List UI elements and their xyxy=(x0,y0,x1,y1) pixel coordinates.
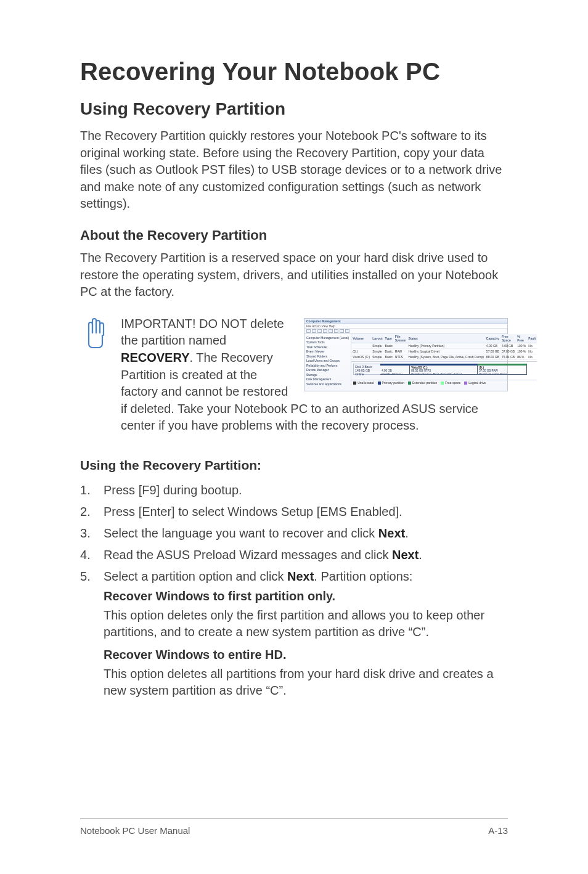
tree-item: Computer Management (Local) xyxy=(306,336,349,341)
step-item: Read the ASUS Preload Wizard messages an… xyxy=(80,546,508,564)
figure-volume-grid: Volume Layout Type File System Status Ca… xyxy=(351,334,537,361)
page-footer: Notebook PC User Manual A-13 xyxy=(0,819,588,836)
table-cell: Simple xyxy=(371,343,383,348)
figure-toolbar xyxy=(304,329,507,334)
disk-segment: VistaOS (C:)88.36 GB NTFSHealthy (System… xyxy=(410,364,478,375)
footer-left-text: Notebook PC User Manual xyxy=(80,825,190,836)
toolbar-button-icon xyxy=(312,329,316,333)
figure-legend: UnallocatedPrimary partitionExtended par… xyxy=(351,380,537,385)
col-header: % Free xyxy=(516,334,527,343)
table-cell: Basic xyxy=(384,348,394,354)
table-cell: 57.00 GB xyxy=(485,348,500,354)
table-cell: Healthy (System, Boot, Page File, Active… xyxy=(407,354,485,359)
table-cell: 75.04 GB xyxy=(500,354,516,359)
legend-item: Unallocated xyxy=(353,381,374,385)
option-body-entire-hd: This option deletes all partitions from … xyxy=(80,666,508,699)
table-cell: NTFS xyxy=(394,354,407,359)
toolbar-button-icon xyxy=(306,329,311,333)
figure-right-panel: Volume Layout Type File System Status Ca… xyxy=(351,334,537,385)
page-title: Recovering Your Notebook PC xyxy=(80,58,508,86)
table-cell: 88.00 GB xyxy=(485,354,500,359)
figure-menubar: File Action View Help xyxy=(304,324,507,329)
disk-label: Disk 0 Basic 149.05 GB Online xyxy=(353,364,380,375)
table-cell: No xyxy=(527,354,537,359)
table-cell: 4.00 GB xyxy=(500,343,516,348)
table-cell: 100 % xyxy=(516,348,527,354)
page: Recovering Your Notebook PC Using Recove… xyxy=(0,0,588,874)
subsection-heading-using: Using the Recovery Partition: xyxy=(80,458,508,473)
table-cell: VistaOS (C:) xyxy=(351,354,371,359)
table-cell: Healthy (Primary Partition) xyxy=(407,343,485,348)
table-cell: No xyxy=(527,348,537,354)
table-cell: (D:) xyxy=(351,348,371,354)
tree-item: Device Manager xyxy=(306,368,349,373)
table-cell: 100 % xyxy=(516,343,527,348)
toolbar-button-icon xyxy=(323,329,327,333)
step-item: Press [F9] during bootup. xyxy=(80,481,508,499)
table-cell xyxy=(351,343,371,348)
tree-item: Storage xyxy=(306,373,349,378)
legend-item: Logical drive xyxy=(464,381,486,385)
col-header: Type xyxy=(384,334,394,343)
disk-management-screenshot: Computer Management File Action View Hel… xyxy=(304,318,508,391)
toolbar-button-icon xyxy=(345,329,349,333)
legend-item: Primary partition xyxy=(378,381,404,385)
section-heading-using-recovery-partition: Using Recovery Partition xyxy=(80,99,508,119)
col-header: Layout xyxy=(371,334,383,343)
tree-item: System Tools xyxy=(306,340,349,345)
tree-item: Services and Applications xyxy=(306,382,349,387)
col-header: Fault xyxy=(527,334,537,343)
important-note-block: Computer Management File Action View Hel… xyxy=(80,316,508,435)
table-cell xyxy=(394,343,407,348)
figure-titlebar: Computer Management xyxy=(304,319,507,324)
important-note-text: Computer Management File Action View Hel… xyxy=(121,316,508,435)
table-cell: 86 % xyxy=(516,354,527,359)
table-cell: 57.00 GB xyxy=(500,348,516,354)
tree-item: Event Viewer xyxy=(306,349,349,354)
col-header: Capacity xyxy=(485,334,500,343)
toolbar-button-icon xyxy=(334,329,338,333)
step-item: Select a partition option and click Next… xyxy=(80,568,508,586)
table-cell: Simple xyxy=(371,348,383,354)
table-cell: No xyxy=(527,343,537,348)
section-body-1: The Recovery Partition quickly restores … xyxy=(80,128,508,213)
disk-segment: (D:)57.00 GB RAWHealthy (Logical Drive) xyxy=(478,364,527,375)
tree-item: Shared Folders xyxy=(306,354,349,359)
step-item: Press [Enter] to select Windows Setup [E… xyxy=(80,503,508,521)
legend-item: Free space xyxy=(441,381,460,385)
tree-item: Local Users and Groups xyxy=(306,359,349,364)
footer-page-number: A-13 xyxy=(488,825,508,836)
subsection-body-about: The Recovery Partition is a reserved spa… xyxy=(80,250,508,301)
table-cell: RAW xyxy=(394,348,407,354)
tree-item: Reliability and Perform xyxy=(306,364,349,369)
footer-rule xyxy=(80,819,508,819)
tree-item: Disk Management xyxy=(306,377,349,382)
table-cell: 4.00 GB xyxy=(485,343,500,348)
toolbar-button-icon xyxy=(340,329,344,333)
tree-item: Task Scheduler xyxy=(306,345,349,350)
figure-tree-panel: Computer Management (Local) System Tools… xyxy=(304,334,351,385)
important-bold: RECOVERY xyxy=(121,351,190,364)
option-body-first-partition: This option deletes only the first parti… xyxy=(80,607,508,640)
option-title-entire-hd: Recover Windows to entire HD. xyxy=(80,648,508,662)
figure-disk-map: Disk 0 Basic 149.05 GB Online 4.00 GBHea… xyxy=(351,361,537,380)
col-header: Volume xyxy=(351,334,371,343)
col-header: File System xyxy=(394,334,407,343)
col-header: Status xyxy=(407,334,485,343)
legend-item: Extended partition xyxy=(408,381,437,385)
toolbar-button-icon xyxy=(329,329,333,333)
disk-segment: 4.00 GBHealthy (Primary Partition) xyxy=(380,364,410,375)
important-hand-icon xyxy=(80,316,115,353)
steps-list: Press [F9] during bootup. Press [Enter] … xyxy=(80,481,508,586)
table-cell: Basic xyxy=(384,343,394,348)
option-title-first-partition: Recover Windows to first partition only. xyxy=(80,589,508,603)
step-item: Select the language you want to recover … xyxy=(80,525,508,542)
table-cell: Basic xyxy=(384,354,394,359)
table-cell: Simple xyxy=(371,354,383,359)
toolbar-button-icon xyxy=(317,329,322,333)
col-header: Free Space xyxy=(500,334,516,343)
subsection-heading-about: About the Recovery Partition xyxy=(80,227,508,243)
important-prefix: IMPORTANT! DO NOT delete the partition n… xyxy=(121,317,284,348)
table-cell: Healthy (Logical Drive) xyxy=(407,348,485,354)
